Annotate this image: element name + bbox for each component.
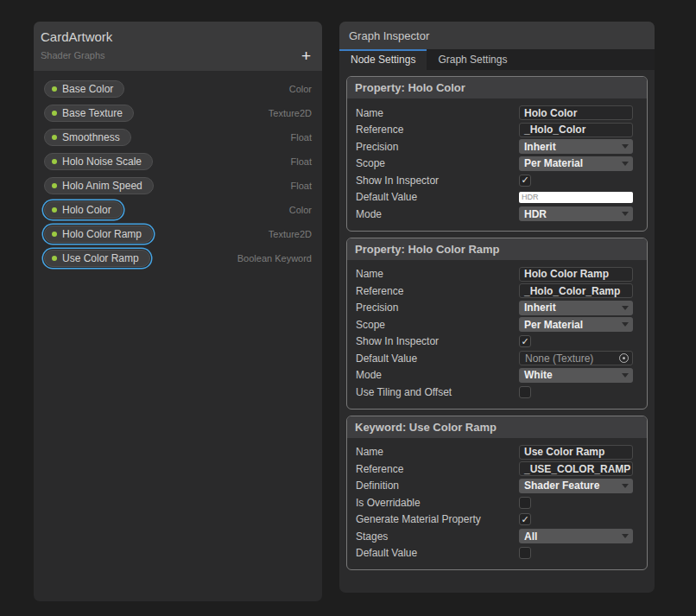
field-label: Default Value [356,547,519,559]
field-label: Name [356,268,519,280]
dropdown-field[interactable]: Inherit [519,139,633,154]
section-title: Property: Holo Color [347,77,647,98]
field-control: ✓ [519,335,633,347]
checkbox[interactable] [519,497,531,509]
property-pill-label: Holo Noise Scale [62,156,142,168]
field-control [519,386,633,398]
field-label: Precision [356,302,519,314]
chevron-down-icon [622,322,629,327]
text-field[interactable]: _USE_COLOR_RAMP [519,461,633,476]
inspector-row: Default ValueHDR [356,189,633,206]
property-pill[interactable]: Smoothness [44,129,131,146]
dropdown-field[interactable]: All [519,529,633,543]
field-label: Scope [356,157,519,169]
property-pill-label: Base Texture [62,107,123,119]
property-pill-label: Smoothness [62,131,120,143]
property-pill-label: Base Color [62,83,113,95]
inspector-row: ScopePer Material [356,156,633,173]
field-label: Reference [356,463,519,475]
inspector-row: ScopePer Material [356,316,633,333]
text-field[interactable]: _Holo_Color [519,123,633,137]
section-body: NameHolo ColorReference_Holo_ColorPrecis… [347,98,647,231]
inspector-header: Graph Inspector [339,22,655,49]
field-label: Default Value [356,352,519,365]
tab-node-settings[interactable]: Node Settings [339,49,427,70]
dropdown-value: All [524,530,537,543]
hdr-label: HDR [522,194,539,201]
dropdown-value: Inherit [524,302,556,314]
section-body: NameUse Color RampReference_USE_COLOR_RA… [347,438,647,570]
field-control: HDR [519,192,633,203]
inspector-row: Reference_Holo_Color_Ramp [356,283,633,300]
text-field[interactable]: Holo Color [519,105,633,120]
hdr-color-swatch[interactable]: HDR [519,192,633,203]
field-control: _Holo_Color [519,123,633,137]
inspector-row: NameHolo Color [356,105,633,122]
blackboard-title: CardArtwork [41,29,312,44]
field-label: Mode [356,369,519,381]
dropdown-field[interactable]: Inherit [519,301,633,315]
field-label: Show In Inspector [356,335,519,347]
section-title: Keyword: Use Color Ramp [347,416,647,438]
property-pill-label: Holo Anim Speed [62,180,142,192]
blackboard-property-list: Base ColorColorBase TextureTexture2DSmoo… [34,71,322,270]
dropdown-value: Per Material [524,319,583,331]
field-label: Mode [356,208,519,220]
field-label: Stages [356,530,519,543]
inspector-row: Reference_USE_COLOR_RAMP [356,460,633,478]
checkbox-checked[interactable]: ✓ [519,513,531,525]
field-control: Per Material [519,156,633,171]
checkbox[interactable] [519,547,531,559]
property-type-label: Texture2D [269,108,312,118]
property-pill[interactable]: Base Color [44,80,124,98]
dropdown-field[interactable]: Per Material [519,156,633,171]
chevron-down-icon [622,144,629,149]
dropdown-field[interactable]: Shader Feature [519,479,633,493]
inspector-section: Property: Holo ColorNameHolo ColorRefere… [346,76,648,232]
checkbox-checked[interactable]: ✓ [519,175,531,187]
property-type-label: Float [291,132,312,143]
property-pill[interactable]: Holo Anim Speed [44,177,154,194]
dropdown-field[interactable]: Per Material [519,317,633,332]
section-title: Property: Holo Color Ramp [347,238,647,260]
property-dot-icon [52,159,57,164]
inspector-row: Generate Material Property✓ [356,511,633,529]
add-property-button[interactable]: + [301,49,311,63]
property-pill[interactable]: Base Texture [44,105,134,122]
object-field[interactable]: None (Texture) [519,351,633,365]
field-label: Generate Material Property [356,513,519,525]
text-field[interactable]: _Holo_Color_Ramp [519,283,633,298]
property-pill[interactable]: Holo Noise Scale [44,153,153,170]
inspector-row: Default Value [356,545,633,562]
dropdown-value: HDR [524,208,547,220]
checkbox[interactable] [519,386,531,398]
text-field[interactable]: Holo Color Ramp [519,267,633,282]
property-pill[interactable]: Use Color Ramp [44,250,150,267]
property-type-label: Boolean Keyword [237,253,312,264]
dropdown-field[interactable]: White [519,368,633,383]
field-control: _USE_COLOR_RAMP [519,461,633,476]
dropdown-value: Shader Feature [524,479,599,492]
checkbox-checked[interactable]: ✓ [519,335,531,347]
property-type-label: Float [291,156,312,167]
dropdown-value: Per Material [524,157,583,169]
property-dot-icon [52,86,57,92]
object-picker-dot [623,357,625,359]
tab-graph-settings[interactable]: Graph Settings [427,49,518,70]
blackboard-property-row: SmoothnessFloat [44,125,312,149]
dropdown-field[interactable]: HDR [519,206,633,221]
field-control: _Holo_Color_Ramp [519,283,633,298]
field-control: Inherit [519,301,633,315]
property-pill[interactable]: Holo Color Ramp [44,225,153,243]
blackboard-subtitle: Shader Graphs [41,50,312,60]
property-pill[interactable]: Holo Color [44,201,123,219]
dropdown-value: White [524,369,553,381]
field-label: Definition [356,479,519,492]
inspector-row: NameHolo Color Ramp [356,266,633,283]
object-picker-icon[interactable] [619,353,629,363]
property-pill-label: Use Color Ramp [62,252,139,264]
inspector-tabbar: Node Settings Graph Settings [339,49,655,70]
text-field[interactable]: Use Color Ramp [519,445,633,460]
inspector-row: PrecisionInherit [356,138,633,156]
inspector-sections: Property: Holo ColorNameHolo ColorRefere… [339,70,655,582]
